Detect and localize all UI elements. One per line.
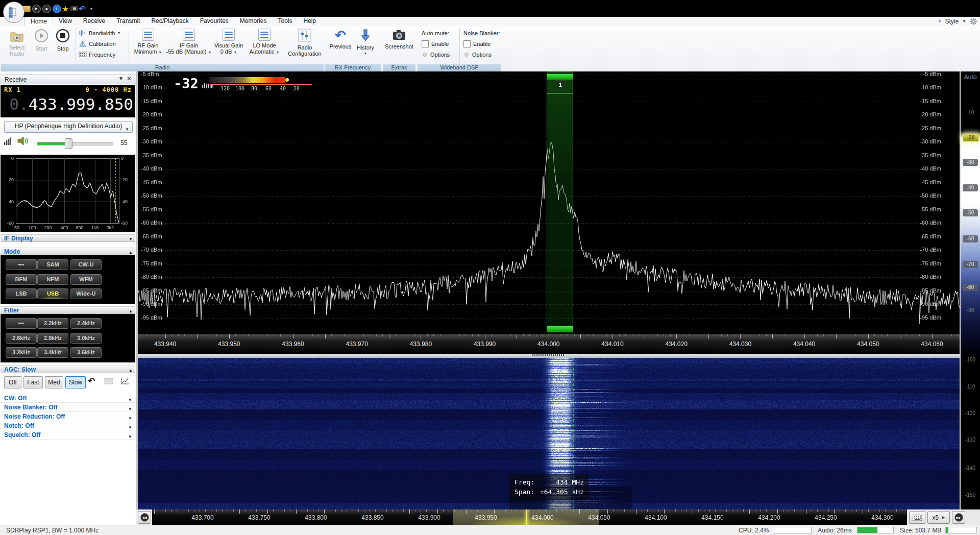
filter-button-3-2khz[interactable]: 3.2kHz <box>6 347 37 358</box>
tab-tools[interactable]: Tools <box>273 17 298 26</box>
receive-panel-title[interactable]: Receive <box>0 74 136 84</box>
filter-button-2-6khz[interactable]: 2.6kHz <box>6 333 37 344</box>
ribbon-dropdown-if-gain[interactable]: IF Gain-55 dB (Manual) ▼ <box>165 28 212 56</box>
volume-slider-track[interactable] <box>37 142 113 145</box>
nav-frequency-label[interactable]: 433.750 <box>248 514 270 521</box>
filter-header[interactable]: Filter▲ <box>1 306 135 314</box>
tab-receive[interactable]: Receive <box>78 17 111 26</box>
noise-blanker-enable-checkbox[interactable]: Enable <box>463 39 491 48</box>
filter-button--[interactable]: ••• <box>6 318 37 329</box>
agc-undo-icon[interactable]: ↶ <box>88 377 95 386</box>
ribbon-dropdown-rf-gain[interactable]: RF GainMinimum ▼ <box>132 28 164 56</box>
mode-button-nfm[interactable]: NFM <box>37 274 68 285</box>
undo-icon[interactable]: ↶ <box>78 4 87 13</box>
filter-button-2-8khz[interactable]: 2.8kHz <box>37 333 68 344</box>
nav-frequency-label[interactable]: 434.050 <box>588 514 610 521</box>
mode-button-sam[interactable]: SAM <box>37 259 68 270</box>
frequency-display[interactable]: RX 1 0 - 4000 Hz 0.433.999.850 <box>1 85 135 117</box>
ribbon-dropdown-visual-gain[interactable]: Visual Gain0 dB ▼ <box>213 28 244 56</box>
scroll-right-button[interactable]: ▶▶ <box>952 511 965 524</box>
filter-button-3-0khz[interactable]: 3.0kHz <box>70 333 102 344</box>
filter-button-2-2khz[interactable]: 2.2kHz <box>37 318 68 329</box>
noise-blanker-options-button[interactable]: Options <box>463 50 492 59</box>
ribbon-dropdown-lo-mode[interactable]: LO ModeAutomatic ▼ <box>246 28 283 56</box>
tab-favourites[interactable]: Favourites <box>194 17 234 26</box>
gear-icon[interactable] <box>970 18 977 25</box>
rx-channel-band[interactable] <box>547 71 573 334</box>
agc-button-med[interactable]: Med <box>45 376 63 388</box>
level-colorbar[interactable] <box>209 77 285 83</box>
tab-help[interactable]: Help <box>298 17 322 26</box>
style-menu[interactable]: Style <box>945 18 959 25</box>
mode-button-lsb[interactable]: LSB <box>6 288 37 299</box>
stop-button[interactable]: Stop <box>53 28 72 52</box>
mode-button-cw-u[interactable]: CW-U <box>70 259 102 270</box>
keyboard-entry-button[interactable] <box>909 511 925 524</box>
if-display-header[interactable]: IF Display▼ <box>1 234 135 242</box>
select-radio-button[interactable]: Select Radio <box>5 28 29 57</box>
band-ruler[interactable]: 433.700433.750433.800433.850433.900433.9… <box>152 509 907 525</box>
option-row-noise-reduction[interactable]: Noise Reduction: Off▼ <box>1 412 135 421</box>
nav-frequency-label[interactable]: 433.850 <box>361 514 383 521</box>
filter-button-2-4khz[interactable]: 2.4kHz <box>70 318 102 329</box>
agc-header[interactable]: AGC: Slow▲ <box>1 366 135 373</box>
frequency-button[interactable]: Frequency <box>79 50 115 59</box>
tab-transmit[interactable]: Transmit <box>111 17 145 26</box>
level-chip--20[interactable]: -20 <box>963 134 979 142</box>
stop-icon[interactable]: ■ <box>42 4 51 13</box>
nav-frequency-label[interactable]: 434.000 <box>531 514 553 521</box>
mode-button-wide-u[interactable]: Wide-U <box>70 288 102 299</box>
auto-mute-options-button[interactable]: Options <box>422 50 450 59</box>
radio-configuration-button[interactable]: Radio Configuration <box>288 28 322 57</box>
option-row-squelch[interactable]: Squelch: Off▼ <box>1 431 135 440</box>
favourite-star-icon[interactable]: ★ <box>61 4 70 13</box>
ribbon-collapse-icon[interactable]: ⇕ <box>938 19 942 23</box>
tab-view[interactable]: View <box>53 17 78 26</box>
nav-frequency-label[interactable]: 434.100 <box>645 514 667 521</box>
filter-button-3-4khz[interactable]: 3.4kHz <box>37 347 68 358</box>
frequency-scale-bar[interactable]: 433.940433.950433.960433.970433.980433.9… <box>138 334 960 354</box>
nav-frequency-label[interactable]: 433.800 <box>305 514 327 521</box>
style-dropdown-arrow-icon[interactable]: ▼ <box>962 19 966 23</box>
waterfall-level-slider[interactable]: Auto -10-20-30-40-50-60-70-80-90-100-110… <box>961 71 980 509</box>
tab-rec-playback[interactable]: Rec/Playback <box>145 17 194 26</box>
nav-frequency-label[interactable]: 434.150 <box>701 514 723 521</box>
rx-channel-badge[interactable]: 1 <box>555 80 566 89</box>
volume-slider-handle[interactable] <box>65 138 72 149</box>
option-row-cw[interactable]: CW: Off▼ <box>1 394 135 403</box>
agc-button-off[interactable]: Off <box>4 376 21 388</box>
add-icon[interactable]: + <box>52 4 61 13</box>
mode-button-bfm[interactable]: BFM <box>6 274 37 285</box>
agc-graph-icon[interactable] <box>120 377 130 386</box>
calibration-button[interactable]: Calibration <box>79 39 116 48</box>
panel-collapse-icon[interactable]: ▼ <box>117 74 125 83</box>
previous-frequency-button[interactable]: ↶ Previous <box>329 28 352 50</box>
nav-frequency-label[interactable]: 433.950 <box>475 514 497 521</box>
agc-preset-icon[interactable] <box>104 378 113 386</box>
mode-button-usb[interactable]: USB <box>37 288 68 299</box>
nav-frequency-label[interactable]: 433.700 <box>191 514 213 521</box>
tab-home[interactable]: Home <box>24 17 53 26</box>
option-row-noise-blanker[interactable]: Noise Blanker: Off▼ <box>1 403 135 412</box>
screenshot-button[interactable]: Screenshot <box>384 28 414 50</box>
agc-button-fast[interactable]: Fast <box>23 376 43 388</box>
application-menu-button[interactable] <box>3 2 24 23</box>
mode-button--[interactable]: ••• <box>6 259 37 270</box>
nav-frequency-label[interactable]: 434.250 <box>815 514 837 521</box>
history-button[interactable]: History ▼ <box>354 28 377 57</box>
equalizer-icon[interactable] <box>4 137 11 145</box>
mode-header[interactable]: Mode▲ <box>1 248 135 255</box>
spectrum-display[interactable]: 1 -32dBm -120-100-80-60-40-20 -5 dBm-10 … <box>138 71 960 334</box>
speaker-icon[interactable] <box>17 136 30 147</box>
tab-memories[interactable]: Memories <box>234 17 273 26</box>
panel-close-icon[interactable]: ✕ <box>126 74 133 83</box>
start-button[interactable]: Start <box>32 28 51 52</box>
bandwidth-button[interactable]: Bandwidth▼ <box>79 29 120 37</box>
audio-spectrum-graph[interactable] <box>1 155 135 232</box>
start-icon[interactable]: ▶ <box>32 4 41 13</box>
auto-label[interactable]: Auto <box>961 74 980 81</box>
option-row-notch[interactable]: Notch: Off▼ <box>1 422 135 430</box>
agc-button-slow[interactable]: Slow <box>65 376 86 388</box>
filter-button-3-6khz[interactable]: 3.6kHz <box>70 347 102 358</box>
mode-button-wfm[interactable]: WFM <box>70 274 102 285</box>
